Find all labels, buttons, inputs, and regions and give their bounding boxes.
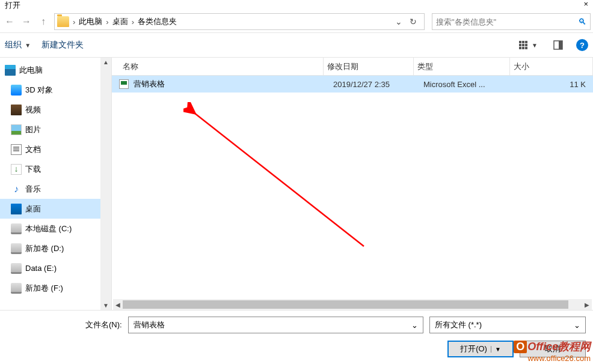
- address-bar[interactable]: › 此电脑 › 桌面 › 各类信息夹 ⌄ ↻: [54, 13, 425, 30]
- excel-file-icon: [119, 79, 129, 89]
- up-button[interactable]: ↑: [36, 14, 51, 29]
- file-content: 名称 修改日期 类型 大小 营销表格 2019/12/27 2:35 Micro…: [111, 58, 593, 310]
- sidebar-item-downloads[interactable]: ↓下载: [0, 159, 100, 179]
- column-headers: 名称 修改日期 类型 大小: [112, 58, 593, 76]
- scroll-left-icon[interactable]: ◀: [113, 302, 123, 308]
- toolbar: 组织 ▼ 新建文件夹 ▼ ?: [0, 33, 593, 57]
- svg-rect-10: [559, 41, 562, 49]
- music-icon: ♪: [11, 184, 22, 195]
- sidebar-item-desktop[interactable]: 桌面: [0, 199, 100, 219]
- address-dropdown-icon[interactable]: ⌄: [392, 17, 406, 26]
- disk-icon: [11, 243, 22, 254]
- chevron-right-icon[interactable]: ›: [131, 17, 135, 26]
- open-button[interactable]: 打开(O) ▼: [447, 341, 514, 357]
- downloads-icon: ↓: [11, 164, 22, 175]
- scrollbar-thumb[interactable]: [123, 300, 568, 309]
- svg-rect-4: [522, 44, 524, 46]
- sidebar-item-video[interactable]: 视频: [0, 100, 100, 120]
- sidebar-item-pictures[interactable]: 图片: [0, 120, 100, 139]
- filename-label: 文件名(N):: [7, 320, 122, 330]
- file-type: Microsoft Excel ...: [423, 80, 520, 89]
- new-folder-button[interactable]: 新建文件夹: [41, 40, 84, 50]
- filename-input[interactable]: 营销表格 ⌄: [128, 317, 423, 333]
- column-type[interactable]: 类型: [414, 58, 510, 75]
- svg-rect-6: [519, 47, 521, 49]
- disk-icon: [11, 263, 22, 274]
- desktop-icon: [11, 204, 22, 214]
- crumb-pc[interactable]: 此电脑: [76, 16, 105, 27]
- documents-icon: [11, 144, 22, 155]
- caret-down-icon[interactable]: ▼: [491, 346, 501, 353]
- sidebar-item-3d[interactable]: 3D 对象: [0, 80, 100, 100]
- file-name: 营销表格: [134, 79, 333, 89]
- preview-pane-icon: [553, 40, 563, 50]
- close-icon[interactable]: ×: [583, 0, 588, 8]
- sidebar-scrollbar[interactable]: ▲ ▼: [100, 58, 111, 310]
- scroll-up-icon[interactable]: ▲: [102, 58, 110, 67]
- breadcrumb: › 此电脑 › 桌面 › 各类信息夹: [72, 16, 388, 27]
- search-icon[interactable]: 🔍︎: [578, 17, 586, 26]
- file-row[interactable]: 营销表格 2019/12/27 2:35 Microsoft Excel ...…: [112, 76, 593, 93]
- file-filter[interactable]: 所有文件 (*.*) ⌄: [429, 317, 586, 333]
- content-h-scrollbar[interactable]: ◀ ▶: [113, 299, 592, 310]
- sidebar-item-disk-c[interactable]: 本地磁盘 (C:): [0, 219, 100, 238]
- search-input[interactable]: [436, 17, 578, 26]
- crumb-current[interactable]: 各类信息夹: [135, 16, 179, 27]
- svg-rect-5: [525, 44, 527, 46]
- window-title: 打开: [5, 0, 20, 11]
- column-name[interactable]: 名称: [119, 58, 324, 75]
- svg-rect-8: [525, 47, 527, 49]
- scroll-down-icon[interactable]: ▼: [102, 301, 110, 310]
- organize-button[interactable]: 组织 ▼: [5, 40, 31, 50]
- back-button[interactable]: ←: [2, 14, 17, 29]
- chevron-right-icon[interactable]: ›: [105, 17, 109, 26]
- svg-rect-3: [519, 44, 521, 46]
- chevron-down-icon[interactable]: ⌄: [411, 321, 418, 330]
- file-size: 11 K: [520, 80, 593, 89]
- footer: 文件名(N): 营销表格 ⌄ 所有文件 (*.*) ⌄ 打开(O) ▼ 取消: [0, 311, 593, 357]
- svg-rect-2: [525, 41, 527, 43]
- caret-down-icon: ▼: [532, 42, 538, 49]
- tree: 此电脑 3D 对象 视频 图片 文档 ↓下载 ♪音乐 桌面 本地磁盘 (C:) …: [0, 58, 100, 310]
- pc-icon: [5, 65, 16, 76]
- sidebar-item-pc[interactable]: 此电脑: [0, 60, 100, 80]
- view-grid-icon: [518, 40, 528, 50]
- column-size[interactable]: 大小: [510, 58, 593, 75]
- disk-icon: [11, 223, 22, 234]
- sidebar: 此电脑 3D 对象 视频 图片 文档 ↓下载 ♪音乐 桌面 本地磁盘 (C:) …: [0, 58, 111, 310]
- watermark: OOffice教程网 www.office26.com: [514, 339, 591, 363]
- view-mode-button[interactable]: ▼: [516, 39, 540, 51]
- folder-icon: [57, 16, 69, 27]
- caret-down-icon: ▼: [25, 42, 31, 49]
- pictures-icon: [11, 124, 22, 135]
- crumb-desktop[interactable]: 桌面: [110, 16, 131, 27]
- sidebar-item-music[interactable]: ♪音乐: [0, 179, 100, 199]
- chevron-down-icon[interactable]: ⌄: [574, 321, 580, 330]
- video-icon: [11, 105, 22, 115]
- svg-rect-7: [522, 47, 524, 49]
- help-icon[interactable]: ?: [576, 39, 588, 51]
- refresh-icon[interactable]: ↻: [406, 17, 420, 26]
- sidebar-item-documents[interactable]: 文档: [0, 139, 100, 159]
- 3d-icon: [11, 85, 22, 96]
- nav-row: ← → ↑ › 此电脑 › 桌面 › 各类信息夹 ⌄ ↻ 🔍︎: [0, 11, 593, 32]
- sidebar-item-disk-d[interactable]: 新加卷 (D:): [0, 238, 100, 258]
- disk-icon: [11, 283, 22, 294]
- forward-button: →: [19, 14, 34, 29]
- preview-pane-button[interactable]: [551, 39, 565, 51]
- svg-rect-0: [519, 41, 521, 43]
- svg-rect-1: [522, 41, 524, 43]
- sidebar-item-disk-e[interactable]: Data (E:): [0, 258, 100, 278]
- sidebar-item-disk-f[interactable]: 新加卷 (F:): [0, 278, 100, 298]
- file-date: 2019/12/27 2:35: [333, 80, 423, 89]
- scroll-right-icon[interactable]: ▶: [582, 302, 592, 308]
- file-list[interactable]: 营销表格 2019/12/27 2:35 Microsoft Excel ...…: [112, 76, 593, 297]
- chevron-right-icon[interactable]: ›: [72, 17, 76, 26]
- column-date[interactable]: 修改日期: [324, 58, 414, 75]
- search-box[interactable]: 🔍︎: [432, 13, 591, 30]
